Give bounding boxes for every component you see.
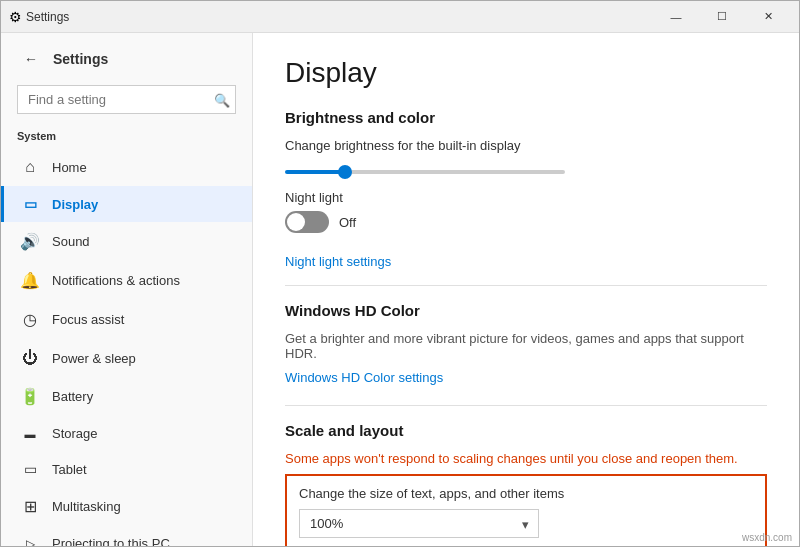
hd-color-link[interactable]: Windows HD Color settings [285, 370, 443, 385]
night-light-state: Off [339, 215, 356, 230]
sidebar: ← Settings 🔍 System ⌂ Home ▭ Display 🔊 S… [1, 33, 253, 546]
sidebar-item-label: Display [52, 197, 98, 212]
brightness-section: Brightness and color Change brightness f… [285, 109, 767, 233]
maximize-button[interactable]: ☐ [699, 1, 745, 33]
display-icon: ▭ [20, 196, 40, 212]
sidebar-item-storage[interactable]: ▬ Storage [1, 416, 252, 451]
scale-dropdown-wrapper: 100% 125% 150% 175% [299, 509, 539, 538]
sidebar-item-label: Multitasking [52, 499, 121, 514]
divider-2 [285, 405, 767, 406]
night-light-row: Off [285, 211, 767, 233]
change-size-label: Change the size of text, apps, and other… [299, 486, 753, 501]
notifications-icon: 🔔 [20, 271, 40, 290]
tablet-icon: ▭ [20, 461, 40, 477]
brightness-title: Brightness and color [285, 109, 767, 126]
back-icon: ← [24, 51, 38, 67]
battery-icon: 🔋 [20, 387, 40, 406]
scale-dropdown[interactable]: 100% 125% 150% 175% [299, 509, 539, 538]
sidebar-item-power[interactable]: ⏻ Power & sleep [1, 339, 252, 377]
night-light-label-text: Night light [285, 190, 767, 205]
sidebar-item-multitasking[interactable]: ⊞ Multitasking [1, 487, 252, 526]
hd-color-description: Get a brighter and more vibrant picture … [285, 331, 767, 361]
back-button[interactable]: ← [17, 45, 45, 73]
scale-section: Scale and layout Some apps won't respond… [285, 422, 767, 546]
settings-icon: ⚙ [9, 9, 22, 25]
sidebar-item-label: Storage [52, 426, 98, 441]
hd-color-section: Windows HD Color Get a brighter and more… [285, 302, 767, 385]
sidebar-item-label: Focus assist [52, 312, 124, 327]
sidebar-item-label: Battery [52, 389, 93, 404]
titlebar-title: Settings [26, 10, 69, 24]
sidebar-item-tablet[interactable]: ▭ Tablet [1, 451, 252, 487]
storage-icon: ▬ [20, 428, 40, 440]
search-input[interactable] [17, 85, 236, 114]
minimize-button[interactable]: — [653, 1, 699, 33]
multitasking-icon: ⊞ [20, 497, 40, 516]
brightness-slider[interactable] [285, 170, 565, 174]
sidebar-item-label: Home [52, 160, 87, 175]
sidebar-item-label: Notifications & actions [52, 273, 180, 288]
sidebar-item-focus[interactable]: ◷ Focus assist [1, 300, 252, 339]
divider-1 [285, 285, 767, 286]
sidebar-item-label: Projecting to this PC [52, 536, 170, 546]
page-title: Display [285, 57, 767, 89]
power-icon: ⏻ [20, 349, 40, 367]
scale-title: Scale and layout [285, 422, 767, 439]
sidebar-item-display[interactable]: ▭ Display [1, 186, 252, 222]
scale-warning: Some apps won't respond to scaling chang… [285, 451, 767, 466]
focus-icon: ◷ [20, 310, 40, 329]
sidebar-section-label: System [1, 126, 252, 148]
settings-window: ⚙ Settings — ☐ ✕ ← Settings 🔍 System ⌂ [0, 0, 800, 547]
night-light-settings-link[interactable]: Night light settings [285, 254, 391, 269]
brightness-label: Change brightness for the built-in displ… [285, 138, 767, 153]
home-icon: ⌂ [20, 158, 40, 176]
search-icon[interactable]: 🔍 [214, 92, 230, 107]
sidebar-item-label: Tablet [52, 462, 87, 477]
sidebar-app-title: Settings [53, 51, 108, 67]
scale-box: Change the size of text, apps, and other… [285, 474, 767, 546]
hd-color-title: Windows HD Color [285, 302, 767, 319]
sidebar-search: 🔍 [17, 85, 236, 114]
sound-icon: 🔊 [20, 232, 40, 251]
sidebar-item-battery[interactable]: 🔋 Battery [1, 377, 252, 416]
sidebar-item-home[interactable]: ⌂ Home [1, 148, 252, 186]
window-content: ← Settings 🔍 System ⌂ Home ▭ Display 🔊 S… [1, 33, 799, 546]
projecting-icon: ▷ [20, 537, 40, 547]
sidebar-item-projecting[interactable]: ▷ Projecting to this PC [1, 526, 252, 546]
window-controls: — ☐ ✕ [653, 1, 791, 33]
watermark: wsxdn.com [742, 532, 792, 543]
titlebar: ⚙ Settings — ☐ ✕ [1, 1, 799, 33]
sidebar-item-sound[interactable]: 🔊 Sound [1, 222, 252, 261]
sidebar-item-notifications[interactable]: 🔔 Notifications & actions [1, 261, 252, 300]
close-button[interactable]: ✕ [745, 1, 791, 33]
sidebar-item-label: Sound [52, 234, 90, 249]
main-content: Display Brightness and color Change brig… [253, 33, 799, 546]
sidebar-top: ← Settings [1, 33, 252, 81]
sidebar-item-label: Power & sleep [52, 351, 136, 366]
night-light-toggle[interactable] [285, 211, 329, 233]
